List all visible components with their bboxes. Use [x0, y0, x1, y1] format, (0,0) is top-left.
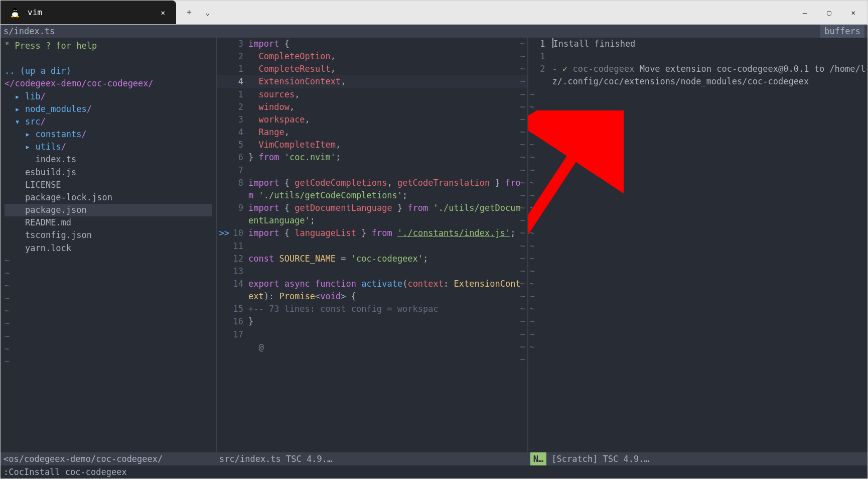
code-line[interactable]: 12const SOURCE_NAME = 'coc-codegeex'; — [217, 253, 527, 265]
code-line[interactable]: 14export async function activate(context… — [217, 278, 527, 303]
tree-help: " Press ? for help — [5, 40, 212, 52]
tree-dir-constants[interactable]: ▸ constants/ — [5, 128, 212, 141]
status-right: N… [Scratch] TSC 4.9.… — [530, 452, 867, 465]
tilde-line: ~ — [528, 189, 867, 202]
mode-indicator: N… — [530, 452, 546, 465]
tilde-line: ~ — [528, 214, 867, 227]
tilde-line: ~ — [528, 202, 867, 214]
code-line[interactable]: 4 ExtensionContext, — [217, 75, 527, 88]
file-tree-pane[interactable]: " Press ? for help .. (up a dir) </codeg… — [1, 38, 216, 452]
tree-dir-utils[interactable]: ▸ utils/ — [5, 141, 212, 153]
minimize-icon[interactable]: — — [803, 9, 807, 17]
vim-cmdline[interactable]: :CocInstall coc-codegeex — [1, 465, 867, 478]
svg-point-4 — [11, 16, 14, 17]
code-line[interactable]: 7 — [217, 164, 527, 177]
status-mid: src/index.ts TSC 4.9.… — [216, 452, 530, 465]
tilde-line: ~ — [528, 177, 867, 189]
tree-file-package.json[interactable]: package.json — [5, 204, 212, 216]
tree-breadcrumb: </codegeex-demo/coc-codegeex/ — [5, 77, 212, 90]
tilde-line: ~ — [528, 151, 867, 164]
titlebar-tabs: vim ✕ ＋ ⌄ — [1, 1, 210, 24]
code-line[interactable]: 8import { getCodeCompletions, getCodeTra… — [217, 177, 527, 202]
code-line[interactable]: 1 sources, — [217, 88, 527, 101]
new-tab-icon[interactable]: ＋ — [185, 7, 193, 18]
tree-file-tsconfig.json[interactable]: tsconfig.json — [5, 229, 212, 242]
code-line[interactable]: 2 CompleteOption, — [217, 50, 527, 63]
tree-dir-src[interactable]: ▾ src/ — [5, 115, 212, 128]
code-line[interactable]: 2 window, — [217, 101, 527, 113]
window-titlebar: vim ✕ ＋ ⌄ — ▢ ✕ — [1, 1, 867, 25]
close-tab-icon[interactable]: ✕ — [159, 7, 167, 19]
tab-title: vim — [28, 8, 42, 17]
tilde-line: ~ — [528, 139, 867, 151]
tilde-line: ~ — [528, 303, 867, 315]
tree-dir-lib[interactable]: ▸ lib/ — [5, 90, 212, 103]
pane-separator-1[interactable] — [216, 38, 217, 452]
tilde-line: ~ — [5, 317, 212, 330]
tree-updir[interactable]: .. (up a dir) — [5, 65, 212, 77]
tilde-line: ~ — [5, 343, 212, 355]
tree-file-esbuild.js[interactable]: esbuild.js — [5, 166, 212, 179]
tab-menu-icon[interactable]: ⌄ — [205, 8, 210, 17]
svg-point-3 — [16, 10, 17, 11]
code-line[interactable]: 9import { getDocumentLanguage } from './… — [217, 202, 527, 227]
code-line[interactable]: 5 VimCompleteItem, — [217, 139, 527, 151]
code-line[interactable]: @ — [217, 341, 527, 353]
tilde-line: ~ — [5, 305, 212, 317]
code-line[interactable]: 17 — [217, 328, 527, 341]
tree-file-index.ts[interactable]: index.ts — [5, 153, 212, 166]
status-scratch: [Scratch] TSC 4.9.… — [551, 452, 649, 465]
tilde-line: ~ — [528, 265, 867, 278]
tilde-line: ~ — [5, 355, 212, 368]
log-line: 1Install finished — [528, 38, 867, 50]
tilde-line: ~ — [528, 328, 867, 341]
tilde-line: ~ — [528, 88, 867, 101]
tilde-line: ~ — [528, 113, 867, 126]
tilde-line: ~ — [528, 278, 867, 290]
tilde-line: ~ — [528, 341, 867, 353]
tilde-line: ~ — [5, 280, 212, 292]
log-line: 2- ✓ coc-codegeex Move extension coc-cod… — [528, 63, 867, 88]
tilde-line: ~ — [528, 240, 867, 253]
close-icon[interactable]: ✕ — [851, 9, 855, 17]
vim-panes: " Press ? for help .. (up a dir) </codeg… — [1, 38, 867, 452]
tux-icon — [10, 7, 21, 18]
code-line[interactable]: >>10import { languageList } from './cons… — [217, 227, 527, 240]
code-line[interactable]: 3import { — [217, 38, 527, 50]
tilde-line: ~ — [528, 253, 867, 265]
code-line[interactable]: 15+-- 73 lines: const config = workspac — [217, 303, 527, 315]
code-line[interactable]: 16} — [217, 315, 527, 328]
tilde-line: ~ — [5, 292, 212, 305]
buffers-badge: buffers — [820, 25, 864, 38]
tree-file-LICENSE[interactable]: LICENSE — [5, 179, 212, 191]
log-pane[interactable]: 1Install finished12- ✓ coc-codegeex Move… — [528, 38, 867, 452]
tilde-line: ~ — [528, 164, 867, 177]
tree-file-yarn.lock[interactable]: yarn.lock — [5, 242, 212, 255]
code-line[interactable]: 6} from 'coc.nvim'; — [217, 151, 527, 164]
vim-statusline: <os/codegeex-demo/coc-codegeex/ src/inde… — [1, 452, 867, 465]
terminal-tab[interactable]: vim ✕ — [1, 1, 176, 24]
code-line[interactable]: 13 — [217, 265, 527, 278]
code-pane[interactable]: 3import {2 CompleteOption,1 CompleteResu… — [217, 38, 527, 452]
vim-content: s/index.ts buffers " Press ? for help ..… — [1, 25, 867, 478]
tilde-line: ~ — [528, 101, 867, 113]
tree-dir-node_modules[interactable]: ▸ node_modules/ — [5, 103, 212, 115]
tilde-line: ~ — [528, 290, 867, 303]
tilde-line: ~ — [5, 330, 212, 343]
svg-point-2 — [14, 10, 15, 11]
vim-topbar: s/index.ts buffers — [1, 25, 867, 38]
tilde-line: ~ — [528, 126, 867, 139]
topbar-path: s/index.ts — [4, 25, 55, 38]
maximize-icon[interactable]: ▢ — [827, 9, 831, 17]
code-line[interactable]: 4 Range, — [217, 126, 527, 139]
tab-controls: ＋ ⌄ — [185, 7, 210, 18]
status-left: <os/codegeex-demo/coc-codegeex/ — [1, 452, 216, 465]
tilde-line: ~ — [5, 255, 212, 267]
code-line[interactable]: 1 CompleteResult, — [217, 63, 527, 75]
tree-file-package-lock.json[interactable]: package-lock.json — [5, 191, 212, 204]
tree-file-README.md[interactable]: README.md — [5, 216, 212, 229]
tilde-line: ~ — [528, 315, 867, 328]
code-line[interactable]: 3 workspace, — [217, 113, 527, 126]
code-line[interactable]: 11 — [217, 240, 527, 253]
tilde-line: ~ — [5, 267, 212, 280]
